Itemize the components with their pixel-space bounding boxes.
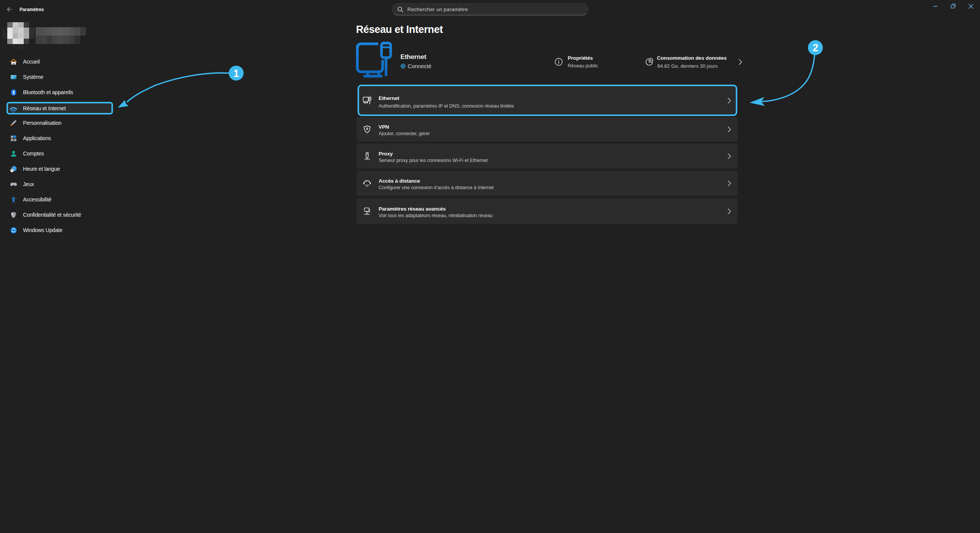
svg-text:2: 2 [812,42,818,54]
svg-text:1: 1 [233,68,239,79]
